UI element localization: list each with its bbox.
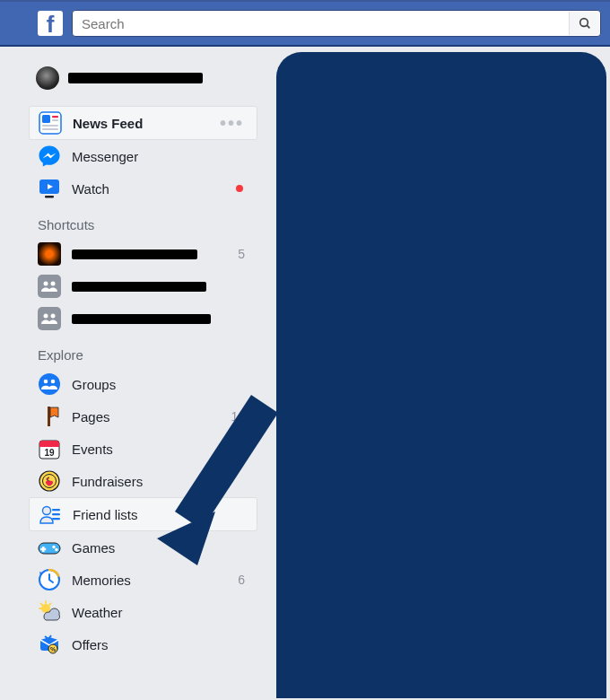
notification-dot bbox=[236, 185, 243, 192]
svg-text:19: 19 bbox=[44, 448, 55, 458]
svg-point-13 bbox=[51, 314, 56, 319]
profile-link[interactable] bbox=[29, 63, 257, 93]
shortcut-label-redacted bbox=[72, 314, 211, 324]
nav-memories[interactable]: Memories 6 bbox=[29, 564, 257, 596]
avatar bbox=[36, 66, 59, 90]
offers-icon: % bbox=[38, 633, 61, 656]
groups-icon bbox=[38, 372, 61, 396]
nav-label: Events bbox=[72, 442, 227, 457]
nav-label: Fundraisers bbox=[72, 474, 248, 489]
shortcut-label-redacted bbox=[72, 282, 206, 292]
svg-rect-27 bbox=[52, 518, 60, 520]
nav-count: 14 bbox=[231, 409, 248, 424]
svg-rect-30 bbox=[40, 548, 46, 551]
nav-label: Memories bbox=[72, 573, 227, 588]
nav-watch[interactable]: Watch bbox=[29, 172, 257, 205]
weather-icon bbox=[38, 600, 61, 624]
nav-label: Messenger bbox=[72, 149, 248, 164]
svg-rect-17 bbox=[48, 407, 50, 426]
nav-weather[interactable]: Weather bbox=[29, 596, 257, 628]
svg-point-12 bbox=[44, 314, 48, 319]
explore-header: Explore bbox=[29, 335, 257, 368]
nav-friend-lists[interactable]: Friend lists bbox=[29, 497, 257, 531]
left-sidebar: News Feed ••• Messenger Watch Shortcuts … bbox=[29, 63, 257, 661]
nav-news-feed[interactable]: News Feed ••• bbox=[29, 106, 257, 140]
group-icon bbox=[38, 275, 61, 298]
watch-icon bbox=[38, 177, 61, 200]
options-icon[interactable]: ••• bbox=[220, 113, 248, 134]
nav-label: Watch bbox=[72, 181, 225, 197]
shortcut-item[interactable] bbox=[29, 302, 257, 335]
svg-point-15 bbox=[44, 380, 48, 384]
nav-groups[interactable]: Groups bbox=[29, 368, 257, 400]
shortcut-item[interactable]: 5 bbox=[29, 238, 257, 270]
games-icon bbox=[38, 536, 61, 559]
search-button[interactable] bbox=[569, 12, 599, 35]
nav-events[interactable]: 19 Events 1 bbox=[29, 433, 257, 465]
nav-label: Weather bbox=[72, 605, 248, 620]
nav-count: 1 bbox=[238, 442, 248, 456]
shortcut-label-redacted bbox=[72, 249, 197, 259]
svg-rect-5 bbox=[52, 119, 58, 121]
nav-label: Friend lists bbox=[73, 507, 248, 522]
main-content-redacted bbox=[276, 52, 606, 698]
news-feed-icon bbox=[39, 111, 62, 135]
shortcuts-header: Shortcuts bbox=[29, 205, 257, 238]
nav-pages[interactable]: Pages 14 bbox=[29, 400, 257, 433]
svg-point-0 bbox=[580, 19, 588, 27]
nav-fundraisers[interactable]: Fundraisers bbox=[29, 465, 257, 497]
messenger-icon bbox=[38, 144, 61, 168]
svg-point-10 bbox=[44, 282, 48, 286]
profile-name-redacted bbox=[68, 73, 203, 83]
svg-line-38 bbox=[49, 604, 51, 606]
svg-rect-7 bbox=[42, 128, 58, 130]
fundraisers-icon bbox=[38, 469, 61, 493]
pages-icon bbox=[38, 405, 61, 428]
shortcut-count: 5 bbox=[238, 247, 248, 261]
events-icon: 19 bbox=[38, 437, 61, 460]
svg-rect-6 bbox=[42, 125, 58, 127]
nav-games[interactable]: Games bbox=[29, 531, 257, 564]
search-input[interactable] bbox=[82, 16, 569, 31]
memories-icon bbox=[38, 568, 61, 591]
svg-rect-9 bbox=[45, 196, 54, 198]
svg-line-37 bbox=[41, 604, 43, 606]
search-icon bbox=[578, 16, 592, 31]
nav-offers[interactable]: % Offers bbox=[29, 628, 257, 661]
nav-label: Games bbox=[72, 540, 248, 556]
svg-point-31 bbox=[52, 546, 55, 548]
nav-label: Groups bbox=[72, 377, 248, 392]
svg-text:%: % bbox=[50, 646, 57, 652]
svg-point-16 bbox=[51, 380, 56, 384]
svg-rect-4 bbox=[52, 116, 58, 118]
svg-rect-25 bbox=[52, 509, 60, 511]
svg-rect-20 bbox=[39, 445, 59, 447]
svg-line-1 bbox=[587, 25, 589, 28]
svg-point-11 bbox=[51, 282, 56, 286]
svg-point-14 bbox=[39, 373, 60, 395]
top-bar: f bbox=[0, 0, 610, 47]
svg-rect-26 bbox=[52, 513, 60, 515]
nav-label: News Feed bbox=[73, 116, 209, 131]
facebook-logo[interactable]: f bbox=[38, 11, 63, 36]
group-icon bbox=[38, 307, 61, 330]
nav-label: Offers bbox=[72, 637, 248, 652]
search-field[interactable] bbox=[72, 10, 601, 37]
nav-messenger[interactable]: Messenger bbox=[29, 140, 257, 172]
shortcut-icon bbox=[38, 242, 61, 266]
friend-lists-icon bbox=[39, 503, 62, 526]
svg-point-24 bbox=[43, 507, 51, 515]
svg-point-32 bbox=[55, 548, 57, 551]
nav-count: 6 bbox=[238, 573, 248, 587]
svg-rect-3 bbox=[42, 115, 50, 123]
shortcut-item[interactable] bbox=[29, 270, 257, 302]
nav-label: Pages bbox=[72, 409, 220, 424]
